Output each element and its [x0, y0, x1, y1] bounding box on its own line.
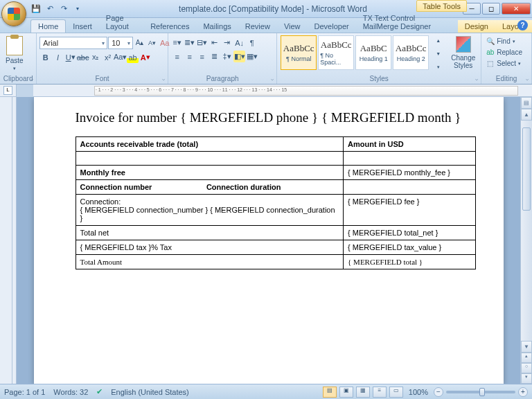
replace-button[interactable]: abReplace: [484, 47, 524, 57]
tab-mailings[interactable]: Mailings: [196, 20, 238, 33]
font-family-combo[interactable]: Arial: [39, 37, 107, 49]
borders-icon[interactable]: ▦▾: [246, 51, 258, 62]
paste-button[interactable]: Paste ▾: [3, 35, 26, 73]
status-words[interactable]: Words: 32: [53, 388, 88, 396]
styles-row-down-icon[interactable]: ▼: [432, 48, 444, 60]
help-icon[interactable]: ?: [517, 20, 528, 30]
group-paragraph: ≡▾ ≣▾ ⊟▾ ⇤ ⇥ A↓ ¶ ≡ ≡ ≡ ≣ ‡▾ ◧▾ ▦▾ Parag…: [168, 33, 277, 84]
align-right-icon[interactable]: ≡: [196, 51, 208, 62]
view-full-screen-icon[interactable]: ▣: [339, 387, 353, 398]
align-center-icon[interactable]: ≡: [184, 51, 195, 62]
tab-insert[interactable]: Insert: [66, 20, 99, 33]
group-clipboard: Paste ▾ Clipboard: [0, 33, 37, 84]
view-draft-icon[interactable]: ▭: [389, 387, 403, 398]
grow-font-icon[interactable]: A▴: [134, 37, 145, 48]
scroll-up-icon[interactable]: ▲: [521, 109, 532, 121]
save-icon[interactable]: 💾: [30, 3, 42, 15]
superscript-icon[interactable]: x²: [102, 51, 114, 63]
show-marks-icon[interactable]: ¶: [246, 37, 258, 48]
redo-icon[interactable]: ↷: [58, 3, 69, 15]
connection-label: Connection:: [80, 197, 121, 206]
indent-dec-icon[interactable]: ⇤: [209, 37, 220, 48]
shading-icon[interactable]: ◧▾: [233, 51, 245, 62]
zoom-in-icon[interactable]: +: [518, 387, 528, 397]
select-icon: ⬚: [486, 59, 495, 68]
line-spacing-icon[interactable]: ‡▾: [221, 51, 233, 62]
monthly-free-label: Monthly free: [76, 165, 344, 179]
sort-icon[interactable]: A↓: [233, 37, 245, 48]
zoom-level[interactable]: 100%: [409, 388, 428, 396]
vertical-ruler[interactable]: [0, 97, 17, 384]
group-styles: AaBbCc¶ NormalAaBbCc¶ No Spaci...AaBbCHe…: [277, 33, 481, 84]
select-button[interactable]: ⬚Select▾: [484, 58, 522, 69]
tab-page-layout[interactable]: Page Layout: [99, 12, 143, 33]
status-proofing-icon[interactable]: ✔: [96, 387, 103, 396]
conn-dur-label: Connection duration: [206, 183, 281, 191]
group-label-paragraph: Paragraph: [171, 74, 274, 84]
ruler-corner[interactable]: L: [3, 86, 12, 95]
tab-review[interactable]: Review: [238, 20, 277, 33]
bold-icon[interactable]: B: [39, 51, 51, 63]
ribbon: Paste ▾ Clipboard Arial 10 A▴ A▾ Aа B I …: [0, 33, 532, 85]
conn-num-label: Connection number: [80, 183, 204, 191]
style-item[interactable]: AaBbCHeading 1: [355, 35, 391, 70]
maximize-button[interactable]: ◻: [482, 3, 500, 15]
tab-view[interactable]: View: [277, 20, 308, 33]
underline-icon[interactable]: U▾: [64, 51, 76, 63]
office-button[interactable]: [1, 1, 26, 26]
styles-more-icon[interactable]: ▾: [432, 61, 444, 73]
shrink-font-icon[interactable]: A▾: [146, 37, 158, 48]
col-header-amount: Amount in USD: [344, 136, 475, 151]
invoice-table[interactable]: Accounts receivable trade (total) Amount…: [76, 136, 476, 269]
find-icon: 🔍: [486, 37, 495, 46]
style-item[interactable]: AaBbCc¶ No Spaci...: [318, 35, 354, 70]
prev-page-icon[interactable]: ▴: [521, 353, 532, 363]
numbering-icon[interactable]: ≣▾: [184, 37, 195, 48]
change-styles-button[interactable]: Change Styles: [448, 35, 478, 71]
tab-developer[interactable]: Developer: [308, 20, 356, 33]
group-label-editing: Editing: [484, 74, 529, 84]
strike-icon[interactable]: abc: [77, 51, 89, 63]
justify-icon[interactable]: ≣: [209, 51, 220, 62]
tab-home[interactable]: Home: [30, 19, 66, 33]
undo-icon[interactable]: ↶: [44, 3, 55, 15]
view-print-layout-icon[interactable]: ▤: [323, 387, 337, 398]
zoom-thumb[interactable]: [479, 388, 485, 396]
contextual-tab-label: Table Tools: [416, 0, 467, 12]
font-color-icon[interactable]: A▾: [139, 51, 151, 63]
document-page[interactable]: Invoice for number { MERGEFIELD phone } …: [34, 97, 504, 384]
horizontal-ruler[interactable]: · 1 · · · 2 · · · 3 · · · 4 · · · 5 · · …: [33, 85, 532, 97]
zoom-out-icon[interactable]: −: [434, 387, 443, 397]
qat-more-icon[interactable]: ▾: [72, 3, 83, 15]
zoom-slider[interactable]: [446, 391, 515, 393]
subscript-icon[interactable]: x₂: [89, 51, 101, 63]
change-case-icon[interactable]: Aa▾: [114, 51, 126, 63]
align-left-icon[interactable]: ≡: [171, 51, 183, 62]
tab-references[interactable]: References: [143, 20, 196, 33]
scroll-down-icon[interactable]: ▼: [521, 341, 532, 353]
vertical-scrollbar[interactable]: ▤ ▲ ▼ ▴ ○ ▾: [520, 97, 532, 384]
view-outline-icon[interactable]: ≡: [373, 387, 387, 398]
style-item[interactable]: AaBbCcHeading 2: [393, 35, 429, 70]
close-button[interactable]: ✕: [502, 3, 531, 15]
highlight-icon[interactable]: ab: [127, 51, 139, 63]
status-language[interactable]: English (United States): [111, 388, 189, 396]
tab-design[interactable]: Design: [458, 20, 495, 33]
ruler-toggle-icon[interactable]: ▤: [521, 97, 532, 109]
next-page-icon[interactable]: ▾: [521, 373, 532, 384]
find-button[interactable]: 🔍Find▾: [484, 36, 516, 46]
view-web-icon[interactable]: ▦: [356, 387, 370, 398]
invoice-title: Invoice for number { MERGEFIELD phone } …: [76, 109, 476, 127]
browse-object-icon[interactable]: ○: [521, 363, 532, 373]
style-item[interactable]: AaBbCc¶ Normal: [281, 35, 317, 70]
multilevel-icon[interactable]: ⊟▾: [196, 37, 208, 48]
status-page[interactable]: Page: 1 of 1: [4, 388, 45, 396]
tab-mailmerge[interactable]: TX Text Control MailMerge Designer: [356, 12, 458, 33]
bullets-icon[interactable]: ≡▾: [171, 37, 183, 48]
styles-row-up-icon[interactable]: ▲: [432, 35, 444, 46]
change-styles-icon: [456, 36, 471, 53]
scroll-thumb[interactable]: [522, 127, 531, 211]
indent-inc-icon[interactable]: ⇥: [221, 37, 233, 48]
italic-icon[interactable]: I: [52, 51, 64, 63]
font-size-combo[interactable]: 10: [108, 37, 133, 49]
